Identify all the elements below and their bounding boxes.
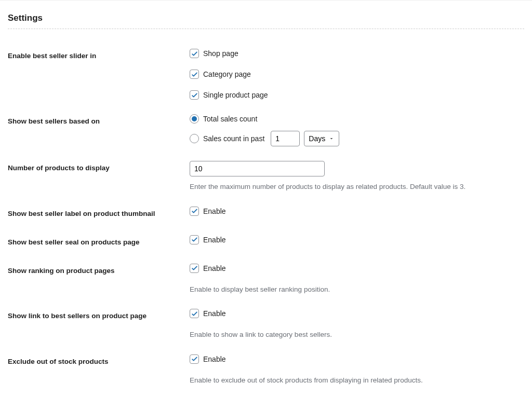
divider bbox=[8, 29, 524, 29]
checkbox-shop-page[interactable] bbox=[190, 49, 199, 58]
label-link-slider-title: Show link to best sellers on Slider titl… bbox=[8, 392, 190, 396]
help-num-products: Enter the maximum number of products to … bbox=[190, 182, 519, 192]
enable-exclude-oos: Enable bbox=[203, 355, 226, 363]
past-unit-select[interactable]: Days bbox=[304, 131, 339, 146]
settings-table: Enable best seller slider in Shop page C… bbox=[8, 42, 524, 396]
radio-dot-icon bbox=[192, 116, 197, 121]
label-link-product: Show link to best sellers on product pag… bbox=[8, 302, 190, 347]
label-enable-slider: Enable best seller slider in bbox=[8, 42, 190, 107]
checkbox-single-product-page[interactable] bbox=[190, 90, 199, 100]
enable-link-product: Enable bbox=[203, 309, 226, 318]
check-icon bbox=[191, 50, 198, 58]
enable-seal-page: Enable bbox=[203, 236, 226, 244]
label-exclude-oos: Exclude out of stock products bbox=[8, 347, 190, 393]
label-num-products: Number of products to display bbox=[8, 154, 190, 199]
check-icon bbox=[191, 91, 198, 99]
label-ranking: Show ranking on product pages bbox=[8, 256, 190, 302]
checkbox-ranking[interactable] bbox=[190, 264, 199, 273]
radio-total-sales[interactable] bbox=[190, 114, 199, 124]
option-single-product-page: Single product page bbox=[203, 91, 268, 99]
check-icon bbox=[191, 71, 198, 78]
label-seal-page: Show best seller seal on products page bbox=[8, 228, 190, 256]
radio-sales-past[interactable] bbox=[190, 134, 199, 143]
past-count-input[interactable] bbox=[271, 131, 300, 146]
help-ranking: Enable to display best seller ranking po… bbox=[190, 284, 519, 295]
checkbox-category-page[interactable] bbox=[190, 70, 199, 79]
checkbox-seal-page[interactable] bbox=[190, 235, 199, 244]
enable-ranking: Enable bbox=[203, 264, 226, 272]
check-icon bbox=[191, 236, 198, 243]
checkbox-label-thumb[interactable] bbox=[190, 207, 199, 216]
check-icon bbox=[191, 355, 198, 363]
help-exclude-oos: Enable to exclude out of stock products … bbox=[190, 375, 519, 386]
checkbox-exclude-oos[interactable] bbox=[190, 354, 199, 364]
option-shop-page: Shop page bbox=[203, 49, 238, 58]
option-category-page: Category page bbox=[203, 70, 251, 78]
checkbox-link-product[interactable] bbox=[190, 309, 199, 318]
label-label-thumb: Show best seller label on product thumbn… bbox=[8, 199, 190, 228]
num-products-input[interactable] bbox=[190, 161, 325, 176]
check-icon bbox=[191, 207, 198, 215]
help-link-product: Enable to show a link to category best s… bbox=[190, 330, 519, 340]
check-icon bbox=[191, 264, 198, 272]
option-sales-past: Sales count in past bbox=[203, 134, 264, 143]
label-based-on: Show best sellers based on bbox=[8, 107, 190, 154]
page-title: Settings bbox=[8, 13, 524, 23]
enable-label-thumb: Enable bbox=[203, 207, 226, 215]
option-total-sales: Total sales count bbox=[203, 115, 257, 123]
check-icon bbox=[191, 310, 198, 318]
